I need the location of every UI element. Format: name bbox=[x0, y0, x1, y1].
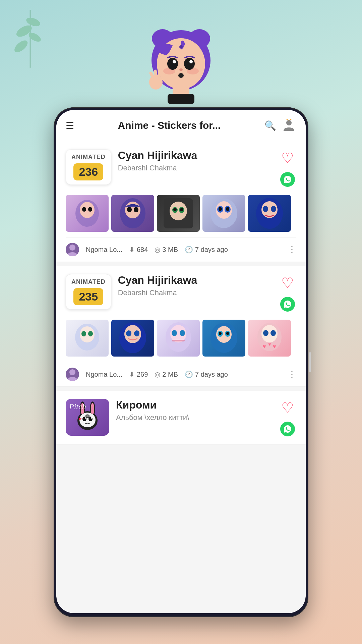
sticker-thumb[interactable] bbox=[202, 320, 245, 357]
svg-text:♥: ♥ bbox=[263, 343, 266, 349]
whatsapp-icon-1 bbox=[280, 172, 295, 187]
svg-point-3 bbox=[12, 38, 29, 54]
sticker-thumb[interactable]: ♥ ♥ ♥ bbox=[248, 320, 291, 357]
svg-point-72 bbox=[263, 330, 268, 336]
whatsapp-icon-3 bbox=[280, 422, 295, 436]
svg-point-58 bbox=[134, 330, 139, 336]
menu-icon[interactable]: ☰ bbox=[66, 120, 74, 131]
whatsapp-icon-2 bbox=[280, 297, 295, 312]
svg-point-62 bbox=[180, 330, 185, 336]
kuromi-badge-text: Pitch bbox=[69, 402, 86, 411]
size-stat-1: ◎ 3 MB bbox=[155, 246, 178, 254]
phone-frame: ☰ Anime - Stickers for... 🔍 ANIMATED 236 bbox=[54, 107, 308, 617]
pack-info-2: Cyan Hijirikawa Debarshi Chakma bbox=[118, 274, 272, 297]
svg-point-77 bbox=[69, 369, 75, 375]
heart-icon-1: ♡ bbox=[281, 150, 294, 166]
search-icon[interactable]: 🔍 bbox=[264, 120, 276, 131]
profile-icon[interactable] bbox=[282, 118, 296, 133]
sticker-previews-2: ♥ ♥ ♥ bbox=[66, 320, 296, 357]
footer-divider-2 bbox=[236, 369, 236, 379]
footer-divider-1 bbox=[236, 245, 236, 255]
sticker-previews-1 bbox=[66, 195, 296, 232]
whatsapp-button-1[interactable] bbox=[279, 171, 296, 188]
svg-point-33 bbox=[134, 207, 138, 212]
pack-title-1: Cyan Hijirikawa bbox=[118, 149, 272, 162]
mascot-character bbox=[134, 20, 228, 114]
time-stat-2: 🕐 7 days ago bbox=[185, 370, 228, 378]
pack-info-1: Cyan Hijirikawa Debarshi Chakma bbox=[118, 149, 272, 172]
svg-point-13 bbox=[173, 60, 176, 63]
size-icon-1: ◎ bbox=[155, 246, 160, 254]
svg-point-69 bbox=[226, 332, 229, 335]
size-value-2: 2 MB bbox=[162, 371, 178, 378]
uploader-avatar-2 bbox=[66, 368, 79, 381]
sticker-card-3: Pitch bbox=[56, 391, 306, 445]
svg-line-21 bbox=[151, 73, 153, 76]
svg-point-90 bbox=[88, 416, 89, 417]
svg-point-48 bbox=[263, 206, 268, 212]
scrollbar bbox=[309, 352, 311, 372]
svg-point-11 bbox=[167, 58, 178, 70]
svg-point-24 bbox=[286, 120, 292, 125]
download-stat-1: ⬇ 684 bbox=[129, 246, 148, 254]
size-value-1: 3 MB bbox=[162, 246, 178, 254]
clock-icon-2: 🕐 bbox=[185, 370, 193, 378]
download-stat-2: ⬇ 269 bbox=[129, 370, 148, 378]
sticker-thumb[interactable] bbox=[66, 195, 109, 232]
svg-rect-19 bbox=[168, 94, 194, 104]
whatsapp-button-3[interactable] bbox=[279, 420, 296, 438]
pack-badge-1: ANIMATED 236 bbox=[66, 149, 111, 185]
sticker-thumb[interactable] bbox=[111, 195, 154, 232]
svg-point-54 bbox=[88, 331, 93, 336]
pack-badge-3: Pitch bbox=[66, 399, 109, 436]
svg-point-82 bbox=[91, 403, 94, 415]
clock-icon-1: 🕐 bbox=[185, 246, 193, 254]
svg-point-53 bbox=[81, 331, 86, 336]
svg-point-39 bbox=[180, 208, 183, 211]
sticker-thumb[interactable] bbox=[111, 320, 154, 357]
background-leaf bbox=[10, 7, 50, 74]
download-icon-2: ⬇ bbox=[129, 370, 135, 378]
svg-point-44 bbox=[219, 207, 222, 211]
sticker-thumb[interactable] bbox=[202, 195, 245, 232]
svg-point-16 bbox=[178, 73, 184, 78]
sticker-card-2: ANIMATED 235 Cyan Hijirikawa Debarshi Ch… bbox=[56, 266, 306, 387]
more-button-2[interactable]: ⋮ bbox=[288, 369, 296, 380]
svg-line-23 bbox=[159, 72, 160, 75]
whatsapp-button-2[interactable] bbox=[279, 296, 296, 313]
svg-point-49 bbox=[271, 206, 276, 212]
pack-title-2: Cyan Hijirikawa bbox=[118, 274, 272, 286]
svg-text:♥: ♥ bbox=[268, 341, 271, 347]
time-value-1: 7 days ago bbox=[195, 246, 228, 254]
uploader-avatar-1 bbox=[66, 243, 79, 256]
app-title: Anime - Stickers for... bbox=[79, 120, 259, 131]
sticker-thumb[interactable] bbox=[248, 195, 291, 232]
svg-point-29 bbox=[88, 207, 92, 212]
svg-point-27 bbox=[80, 202, 95, 218]
svg-point-28 bbox=[82, 207, 86, 212]
phone-screen: ☰ Anime - Stickers for... 🔍 ANIMATED 236 bbox=[56, 110, 306, 613]
svg-point-50 bbox=[69, 245, 75, 251]
download-icon-1: ⬇ bbox=[129, 246, 135, 254]
uploader-name-2: Ngoma Lo... bbox=[86, 371, 122, 378]
heart-button-1[interactable]: ♡ bbox=[279, 149, 296, 167]
svg-point-35 bbox=[170, 202, 187, 220]
animated-label-2: ANIMATED bbox=[71, 278, 106, 285]
svg-point-4 bbox=[27, 31, 42, 43]
pack-count-2: 235 bbox=[73, 288, 103, 305]
more-button-1[interactable]: ⋮ bbox=[288, 245, 296, 255]
svg-line-22 bbox=[155, 71, 156, 75]
sticker-card-1: ANIMATED 236 Cyan Hijirikawa Debarshi Ch… bbox=[56, 141, 306, 262]
sticker-thumb[interactable] bbox=[157, 195, 200, 232]
svg-point-14 bbox=[189, 60, 193, 63]
pack-author-3: Альбом \хелло китти\ bbox=[116, 413, 272, 422]
card-footer-1: Ngoma Lo... ⬇ 684 ◎ 3 MB 🕐 7 days ago ⋮ bbox=[66, 237, 296, 262]
pack-info-3: Кироми Альбом \хелло китти\ bbox=[116, 399, 272, 422]
heart-icon-3: ♡ bbox=[281, 399, 294, 416]
sticker-thumb[interactable] bbox=[66, 320, 109, 357]
heart-button-2[interactable]: ♡ bbox=[279, 274, 296, 291]
sticker-thumb[interactable] bbox=[157, 320, 200, 357]
svg-point-57 bbox=[126, 330, 131, 336]
heart-button-3[interactable]: ♡ bbox=[279, 399, 296, 416]
app-header: ☰ Anime - Stickers for... 🔍 bbox=[56, 110, 306, 141]
